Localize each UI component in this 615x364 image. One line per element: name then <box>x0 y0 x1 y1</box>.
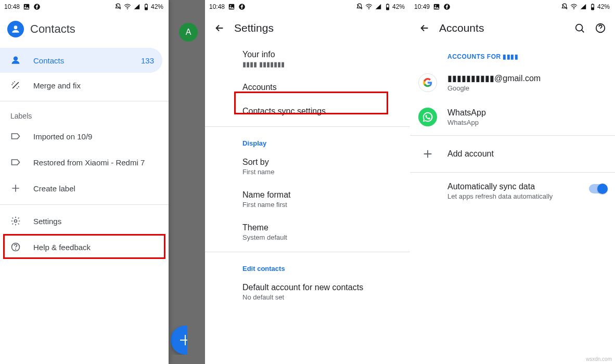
section-display: Display <box>234 130 410 150</box>
status-bar: 10:48 42% <box>0 0 169 14</box>
contacts-logo-icon <box>7 21 24 37</box>
page-title: Settings <box>234 22 274 34</box>
plus-icon <box>10 183 21 193</box>
google-provider: Google <box>447 84 541 92</box>
status-bar: 10:48 42% <box>205 0 410 14</box>
row-sort-by[interactable]: Sort by First name <box>234 150 410 183</box>
auto-sync-toggle[interactable] <box>589 184 607 193</box>
facebook-icon <box>33 3 41 10</box>
label-restored[interactable]: Restored from Xiaomi - Redmi 7 <box>0 149 169 175</box>
clock: 10:48 <box>209 3 225 10</box>
divider <box>205 252 410 252</box>
account-whatsapp[interactable]: WhatsApp WhatsApp <box>410 100 615 134</box>
svg-point-1 <box>25 5 26 6</box>
facebook-icon <box>238 3 246 10</box>
signal-icon <box>375 3 382 10</box>
status-bar: 10:49 42% <box>410 0 615 14</box>
battery-icon <box>143 3 150 10</box>
dnd-icon <box>114 3 122 10</box>
image-icon <box>433 3 440 10</box>
facebook-icon <box>443 3 451 10</box>
app-bar: Accounts <box>410 14 615 43</box>
row-your-info[interactable]: Your info ▮▮▮▮ ▮▮▮▮▮▮▮ <box>234 43 410 75</box>
settings-label: Settings <box>33 217 61 226</box>
svg-rect-19 <box>387 7 389 10</box>
labels-heading: Labels <box>0 105 169 123</box>
clock: 10:49 <box>414 3 430 10</box>
dimmed-background <box>169 0 205 364</box>
divider <box>0 204 169 205</box>
accounts-for-heading: Accounts for ▮▮▮▮ <box>410 43 615 66</box>
whatsapp-title: WhatsApp <box>447 108 486 118</box>
svg-point-25 <box>573 8 574 9</box>
row-accounts[interactable]: Accounts <box>234 75 410 99</box>
battery-percent: 42% <box>597 3 610 10</box>
auto-sync-row[interactable]: Automatically sync data Let apps refresh… <box>410 174 615 209</box>
battery-icon <box>589 3 596 10</box>
nav-merge-fix[interactable]: Merge and fix <box>0 73 169 98</box>
add-account[interactable]: Add account <box>410 137 615 171</box>
wand-icon <box>10 80 21 90</box>
nav-help[interactable]: Help & feedback <box>0 234 169 260</box>
divider <box>205 126 410 127</box>
name-format-title: Name format <box>242 190 402 200</box>
label-restored-text: Restored from Xiaomi - Redmi 7 <box>33 158 145 167</box>
help-label: Help & feedback <box>33 243 91 252</box>
row-default-account[interactable]: Default account for new contacts No defa… <box>234 276 410 308</box>
nav-settings[interactable]: Settings <box>0 208 169 234</box>
label-icon <box>10 131 21 141</box>
profile-avatar[interactable]: A <box>179 23 198 42</box>
create-label[interactable]: Create label <box>0 175 169 201</box>
theme-title: Theme <box>242 223 402 232</box>
auto-sync-subtitle: Let apps refresh data automatically <box>447 192 589 200</box>
image-icon <box>228 3 235 10</box>
divider <box>0 101 169 101</box>
navigation-drawer: 10:48 42% Contacts Contacts <box>0 0 169 364</box>
app-title: Contacts <box>30 22 75 36</box>
svg-point-29 <box>576 24 583 31</box>
wifi-icon <box>124 3 131 10</box>
screenshot-contacts-settings: 10:48 42% Settings Your info ▮▮▮▮ ▮▮▮▮▮▮… <box>205 0 410 364</box>
svg-rect-20 <box>387 4 388 4</box>
svg-point-22 <box>435 5 436 6</box>
watermark: wsxdn.com <box>586 356 612 362</box>
label-imported-text: Imported on 10/9 <box>33 132 92 141</box>
dnd-icon <box>356 3 363 10</box>
battery-percent: 42% <box>392 3 405 10</box>
your-info-subtitle: ▮▮▮▮ ▮▮▮▮▮▮▮ <box>242 60 402 68</box>
divider <box>410 135 615 136</box>
svg-point-9 <box>14 57 18 60</box>
svg-point-17 <box>368 8 369 9</box>
row-sync-settings[interactable]: Contacts sync settings <box>234 99 410 123</box>
account-google[interactable]: ▮▮▮▮▮▮▮▮▮▮@gmail.com Google <box>410 66 615 100</box>
sort-by-title: Sort by <box>242 158 402 167</box>
row-name-format[interactable]: Name format First name first <box>234 183 410 216</box>
svg-point-14 <box>230 5 231 6</box>
search-button[interactable] <box>569 18 590 38</box>
your-info-title: Your info <box>242 50 402 59</box>
divider <box>410 172 615 173</box>
screenshot-contacts-drawer: A 10:48 42% Contacts <box>0 0 205 364</box>
help-icon <box>10 242 21 252</box>
svg-point-10 <box>15 220 17 223</box>
svg-point-31 <box>600 30 601 31</box>
default-account-value: No default set <box>242 293 402 301</box>
battery-percent: 42% <box>151 3 163 10</box>
section-edit-contacts: Edit contacts <box>234 255 410 276</box>
sort-by-value: First name <box>242 168 402 176</box>
label-imported[interactable]: Imported on 10/9 <box>0 123 169 149</box>
back-button[interactable] <box>414 18 435 38</box>
sync-settings-label: Contacts sync settings <box>242 107 402 116</box>
row-theme[interactable]: Theme System default <box>234 216 410 249</box>
clock: 10:48 <box>4 3 20 10</box>
contacts-count: 133 <box>141 56 154 65</box>
signal-icon <box>580 3 587 10</box>
back-button[interactable] <box>209 18 230 38</box>
signal-icon <box>133 3 140 10</box>
plus-icon <box>418 145 437 163</box>
help-button[interactable] <box>590 18 611 38</box>
add-account-label: Add account <box>447 149 494 159</box>
person-icon <box>10 55 21 66</box>
nav-contacts[interactable]: Contacts 133 <box>0 48 162 73</box>
page-title: Accounts <box>439 22 484 34</box>
